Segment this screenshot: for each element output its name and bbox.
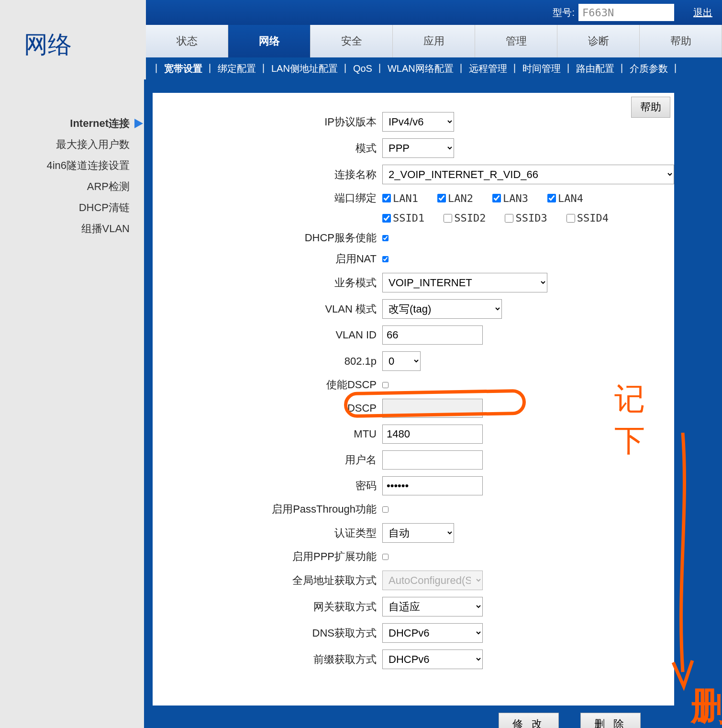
main-nav: 状态 网络 安全 应用 管理 诊断 帮助 <box>146 25 722 57</box>
port-ssid4-checkbox[interactable] <box>566 214 575 223</box>
ip-version-select[interactable]: IPv4/v6 <box>382 112 454 132</box>
dhcp-label: DHCP服务使能 <box>153 231 382 245</box>
ip-version-label: IP协议版本 <box>153 115 382 129</box>
mtu-label: MTU <box>153 428 382 440</box>
port-lan2-checkbox[interactable] <box>437 194 446 202</box>
port-ssid3[interactable]: SSID3 <box>505 212 547 224</box>
sidebar: Internet连接 最大接入用户数 4in6隧道连接设置 ARP检测 DHCP… <box>0 79 144 728</box>
conn-name-label: 连接名称 <box>153 168 382 182</box>
subtab-broadband[interactable]: 宽带设置 <box>162 62 204 75</box>
sidebar-item-maxusers[interactable]: 最大接入用户数 <box>0 134 144 155</box>
page-title: 网络 <box>24 29 72 61</box>
tab-security[interactable]: 安全 <box>311 25 393 57</box>
service-mode-label: 业务模式 <box>153 276 382 290</box>
delete-button[interactable]: 删 除 <box>580 713 641 728</box>
dscp-input <box>382 399 483 418</box>
port-lan4[interactable]: LAN4 <box>547 192 583 204</box>
logout-link[interactable]: 退出 <box>693 6 712 19</box>
gw-label: 网关获取方式 <box>153 600 382 614</box>
prefix-select[interactable]: DHCPv6 <box>382 650 483 669</box>
subtab-qos[interactable]: QoS <box>351 63 374 74</box>
sub-nav: 丨宽带设置 丨绑定配置 丨LAN侧地址配置 丨QoS 丨WLAN网络配置 丨远程… <box>146 57 722 79</box>
tab-network[interactable]: 网络 <box>228 25 311 57</box>
vlan-mode-label: VLAN 模式 <box>153 302 382 316</box>
dhcp-checkbox[interactable] <box>382 235 389 241</box>
pass-input[interactable] <box>382 476 483 495</box>
tab-diagnosis[interactable]: 诊断 <box>557 25 640 57</box>
modify-button[interactable]: 修 改 <box>499 713 559 728</box>
global-addr-label: 全局地址获取方式 <box>153 573 382 588</box>
port-ssid3-checkbox[interactable] <box>505 214 513 223</box>
subtab-time[interactable]: 时间管理 <box>521 62 563 75</box>
port-ssid4[interactable]: SSID4 <box>566 212 609 224</box>
port-bind-label: 端口绑定 <box>153 191 382 205</box>
form-panel: 帮助 IP协议版本 IPv4/v6 模式 PPP 连接名称 2_VOIP_INT… <box>153 93 674 706</box>
subtab-remote[interactable]: 远程管理 <box>467 62 509 75</box>
port-ssid2[interactable]: SSID2 <box>444 212 486 224</box>
passthru-checkbox[interactable] <box>382 506 389 513</box>
sidebar-item-4in6[interactable]: 4in6隧道连接设置 <box>0 155 144 176</box>
subtab-lan[interactable]: LAN侧地址配置 <box>269 62 340 75</box>
ppp-ext-label: 启用PPP扩展功能 <box>153 549 382 564</box>
dscp-enable-label: 使能DSCP <box>153 378 382 392</box>
tab-help[interactable]: 帮助 <box>640 25 722 57</box>
port-ssid1[interactable]: SSID1 <box>382 212 424 224</box>
pass-label: 密码 <box>153 479 382 493</box>
dns-label: DNS获取方式 <box>153 626 382 640</box>
sidebar-item-arp[interactable]: ARP检测 <box>0 176 144 197</box>
sidebar-item-vlan[interactable]: 组播VLAN <box>0 218 144 239</box>
mode-select[interactable]: PPP <box>382 138 454 158</box>
passthru-label: 启用PassThrough功能 <box>153 502 382 516</box>
model-input[interactable] <box>578 4 674 21</box>
nat-checkbox[interactable] <box>382 256 389 262</box>
model-label: 型号: <box>549 6 578 19</box>
vlan-id-input[interactable] <box>382 325 483 345</box>
annotation-text-delete: 删除 <box>691 682 722 728</box>
sidebar-item-dhcp[interactable]: DHCP清链 <box>0 197 144 218</box>
port-lan1[interactable]: LAN1 <box>382 192 418 204</box>
auth-label: 认证类型 <box>153 526 382 540</box>
ppp-ext-checkbox[interactable] <box>382 554 389 560</box>
dns-select[interactable]: DHCPv6 <box>382 623 483 643</box>
port-lan4-checkbox[interactable] <box>547 194 556 202</box>
user-label: 用户名 <box>153 453 382 467</box>
vlan-mode-select[interactable]: 改写(tag) <box>382 299 502 319</box>
tab-application[interactable]: 应用 <box>393 25 475 57</box>
service-mode-select[interactable]: VOIP_INTERNET <box>382 273 547 292</box>
mtu-input[interactable] <box>382 425 483 444</box>
port-lan3-checkbox[interactable] <box>492 194 501 202</box>
conn-name-select[interactable]: 2_VOIP_INTERNET_R_VID_66 <box>382 165 674 184</box>
prefix-label: 前缀获取方式 <box>153 652 382 667</box>
sidebar-item-internet[interactable]: Internet连接 <box>0 113 144 134</box>
auth-select[interactable]: 自动 <box>382 523 454 543</box>
user-input[interactable] <box>382 450 483 470</box>
8021p-select[interactable]: 0 <box>382 351 421 371</box>
subtab-binding[interactable]: 绑定配置 <box>216 62 258 75</box>
port-ssid2-checkbox[interactable] <box>444 214 452 223</box>
footer-buttons: 修 改 删 除 <box>499 713 641 728</box>
tab-status[interactable]: 状态 <box>146 25 228 57</box>
port-lan3[interactable]: LAN3 <box>492 192 528 204</box>
8021p-label: 802.1p <box>153 355 382 368</box>
dscp-enable-checkbox[interactable] <box>382 382 389 388</box>
content-wrap: 帮助 IP协议版本 IPv4/v6 模式 PPP 连接名称 2_VOIP_INT… <box>144 79 722 728</box>
subtab-media[interactable]: 介质参数 <box>628 62 670 75</box>
global-addr-select: AutoConfigured(S <box>382 571 483 590</box>
port-lan2[interactable]: LAN2 <box>437 192 473 204</box>
nat-label: 启用NAT <box>153 252 382 266</box>
dscp-label: DSCP <box>153 402 382 414</box>
gw-select[interactable]: 自适应 <box>382 597 483 616</box>
port-lan1-checkbox[interactable] <box>382 194 391 202</box>
port-ssid1-checkbox[interactable] <box>382 214 391 223</box>
topbar: 型号: 退出 <box>146 0 722 25</box>
mode-label: 模式 <box>153 141 382 156</box>
subtab-route[interactable]: 路由配置 <box>574 62 616 75</box>
subtab-wlan[interactable]: WLAN网络配置 <box>386 62 455 75</box>
tab-management[interactable]: 管理 <box>475 25 557 57</box>
vlan-id-label: VLAN ID <box>153 329 382 341</box>
help-button[interactable]: 帮助 <box>631 97 670 118</box>
